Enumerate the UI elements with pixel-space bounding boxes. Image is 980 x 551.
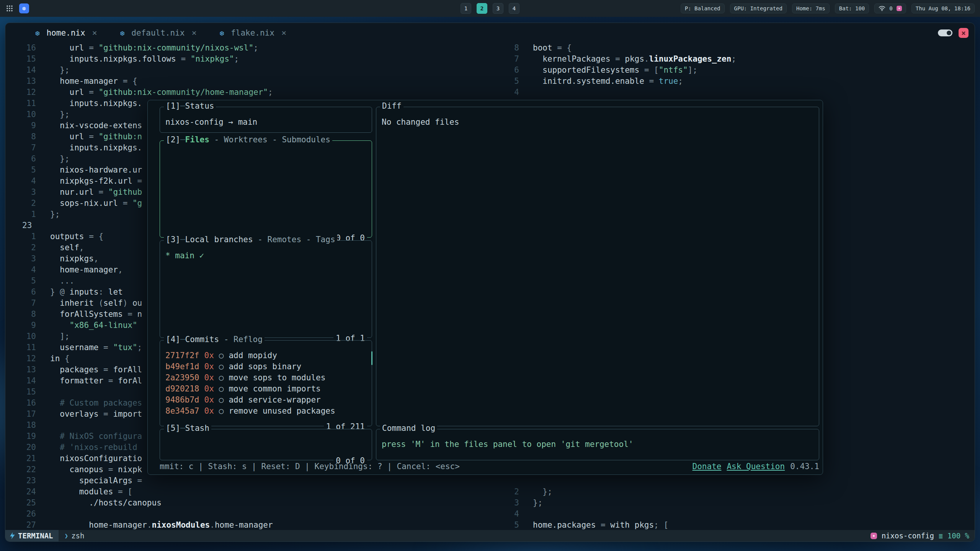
panel-branches[interactable]: [3]─Local branches - Remotes - Tags * ma… <box>160 240 372 338</box>
line-number: 4 <box>5 264 36 276</box>
tabs: ❆home.nix×❆default.nix×❆flake.nix× <box>35 28 286 37</box>
code-text: }; <box>50 209 60 220</box>
commit-row[interactable]: b49ef1d0x○add sops binary <box>165 361 366 372</box>
code-text: overlays = import <box>50 409 142 420</box>
code-text: nur.url = "github <box>50 187 142 198</box>
tab-default.nix[interactable]: ❆default.nix× <box>120 28 197 37</box>
system-tray[interactable]: 0 <box>874 3 906 13</box>
status-module: Bat: 100 <box>835 3 869 13</box>
commit-graph-node-icon: ○ <box>219 406 224 417</box>
diff-message: No changed files <box>382 117 459 127</box>
line-number: 23 <box>5 475 36 486</box>
line-number: 15 <box>5 54 36 65</box>
workspace-3[interactable]: 3 <box>493 3 503 14</box>
current-branch[interactable]: * main ✓ <box>165 251 204 260</box>
code-line: 3}; <box>483 497 975 509</box>
commit-author-tag: 0x <box>204 406 214 417</box>
code-text: home-manager.nixosModules.home-manager <box>50 520 273 530</box>
mode-indicator[interactable]: TERMINAL <box>5 530 59 541</box>
code-line: 27 home-manager.nixosModules.home-manage… <box>5 520 483 530</box>
panel-files[interactable]: [2]─Files - Worktrees - Submodules 0 of … <box>160 140 372 238</box>
commit-graph-node-icon: ○ <box>219 383 224 395</box>
code-text: }; <box>50 65 70 76</box>
line-number: 6 <box>483 65 519 76</box>
code-text: "x86_64-linux" <box>50 320 137 331</box>
clock[interactable]: Thu Aug 08, 18:16 <box>911 3 975 13</box>
commit-graph-node-icon: ○ <box>219 361 224 372</box>
line-number: 3 <box>5 253 36 264</box>
tab-close-icon[interactable]: × <box>92 28 97 37</box>
tab-label: default.nix <box>131 28 185 37</box>
line-number: 1 <box>5 209 36 220</box>
commit-row[interactable]: 8e345a70x○remove unused packages <box>165 406 366 417</box>
repo-icon <box>871 533 877 539</box>
commit-hash: 2717f2f <box>165 350 199 361</box>
wifi-icon <box>879 6 885 11</box>
line-number: 8 <box>483 42 519 54</box>
tab-label: flake.nix <box>231 28 274 37</box>
code-line: 15 inputs.nixpkgs.follows = "nixpkgs"; <box>5 54 483 65</box>
commit-row[interactable]: 9486b7d0x○add service-wrapper <box>165 395 366 406</box>
commit-author-tag: 0x <box>204 350 214 361</box>
workspace-4[interactable]: 4 <box>509 3 519 14</box>
commit-row[interactable]: d9202180x○move common imports <box>165 383 366 395</box>
code-text: }; <box>533 497 542 509</box>
panel-command-log[interactable]: Command log press 'M' in the files panel… <box>376 429 819 460</box>
line-number: 7 <box>5 142 36 153</box>
line-number: 13 <box>5 364 36 375</box>
line-number: 27 <box>5 520 36 530</box>
line-number: 21 <box>5 453 36 464</box>
apps-grid-icon[interactable] <box>6 5 13 12</box>
code-text: nixpkgs, <box>50 253 98 264</box>
line-number: 8 <box>5 309 36 320</box>
commit-list: 2717f2f0x○add mopidyb49ef1d0x○add sops b… <box>160 341 372 417</box>
tab-label: home.nix <box>46 28 85 37</box>
line-number: 2 <box>483 486 519 497</box>
notification-count: 0 <box>889 5 892 11</box>
panel-diff-title: Diff <box>380 101 403 111</box>
commit-row[interactable]: 2a239500x○move sops to modules <box>165 372 366 383</box>
commit-hash: b49ef1d <box>165 361 199 372</box>
panel-status[interactable]: [1]─Status nixos-config → main <box>160 107 372 133</box>
panel-stash[interactable]: [5]─Stash 0 of 0 <box>160 429 372 460</box>
code-line: 24 modules = [ <box>5 486 483 497</box>
code-text: nixos-hardware.ur <box>50 165 142 176</box>
code-line: 5home.packages = with pkgs; [ <box>483 520 975 530</box>
ask-question-link[interactable]: Ask Question <box>727 462 785 471</box>
toggle-pill-button[interactable] <box>938 29 952 36</box>
line-number: 4 <box>483 509 519 520</box>
status-module: Home: 7ms <box>792 3 830 13</box>
code-text: self, <box>50 242 84 253</box>
commit-hash: d920218 <box>165 383 199 395</box>
shell-tab[interactable]: ❯ zsh <box>59 531 91 540</box>
commit-row[interactable]: 2717f2f0x○add mopidy <box>165 350 366 361</box>
line-number: 13 <box>5 76 36 87</box>
code-line: 13 home-manager = { <box>5 76 483 87</box>
panel-commits[interactable]: [4]─Commits - Reflog 2717f2f0x○add mopid… <box>160 340 372 426</box>
tab-close-icon[interactable]: × <box>191 28 196 37</box>
tab-flake.nix[interactable]: ❆flake.nix× <box>220 28 287 37</box>
code-text: inputs.nixpkgs. <box>50 142 142 153</box>
tab-home.nix[interactable]: ❆home.nix× <box>35 28 97 37</box>
commit-graph-node-icon: ○ <box>219 395 224 406</box>
mode-lightning-icon <box>9 532 15 539</box>
commits-scrollbar[interactable] <box>371 351 372 365</box>
commit-message: move common imports <box>229 383 320 395</box>
window-close-button[interactable]: × <box>959 28 969 38</box>
code-text: inputs.nixpkgs.follows = "nixpkgs"; <box>50 54 239 65</box>
code-text: # 'nixos-rebuild <box>50 442 137 453</box>
line-number: 5 <box>483 520 519 530</box>
status-modules: P: BalancedGPU: IntegratedHome: 7msBat: … <box>681 3 869 13</box>
lazygit-overlay: [1]─Status nixos-config → main [2]─Files… <box>147 100 823 475</box>
workspace-1[interactable]: 1 <box>461 3 471 14</box>
donate-link[interactable]: Donate <box>693 462 722 471</box>
nix-app-badge[interactable]: ❆ <box>19 3 29 13</box>
media-tray-icon <box>897 6 902 11</box>
workspace-2[interactable]: 2 <box>477 3 487 14</box>
commit-author-tag: 0x <box>204 372 214 383</box>
tab-close-icon[interactable]: × <box>281 28 286 37</box>
code-text: } @ inputs: let <box>50 287 123 298</box>
line-number: 5 <box>5 276 36 287</box>
panel-stash-title: [5]─Stash <box>164 424 211 433</box>
panel-diff[interactable]: Diff No changed files <box>376 107 819 426</box>
